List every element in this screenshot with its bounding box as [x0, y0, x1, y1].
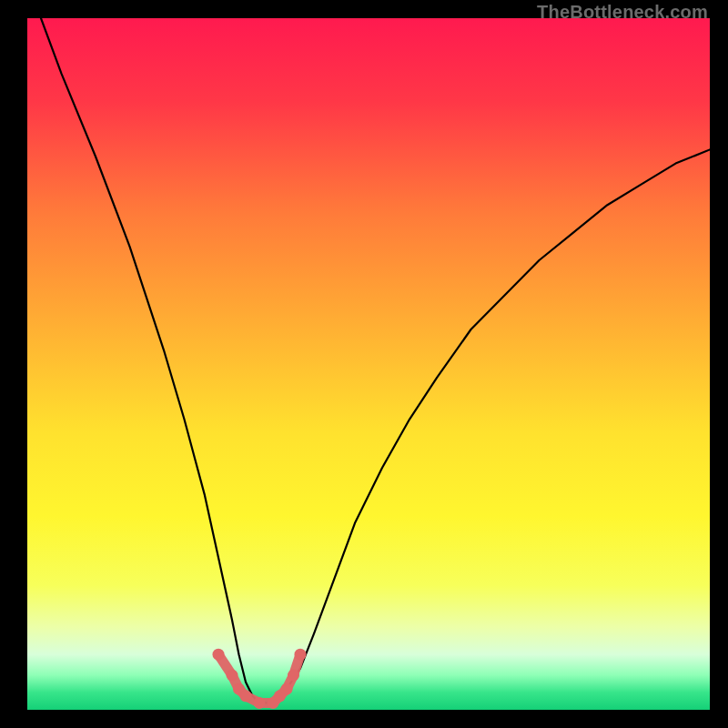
marker-dot [213, 649, 225, 661]
marker-dot [254, 697, 266, 709]
marker-dot [281, 683, 293, 695]
marker-dot [240, 690, 252, 702]
chart-frame: TheBottleneck.com [0, 0, 728, 728]
gradient-background [27, 18, 710, 710]
marker-dot [288, 670, 299, 682]
plot-area [27, 18, 710, 710]
bottleneck-curve-chart [27, 18, 710, 710]
marker-dot [295, 649, 307, 661]
marker-dot [227, 670, 238, 682]
